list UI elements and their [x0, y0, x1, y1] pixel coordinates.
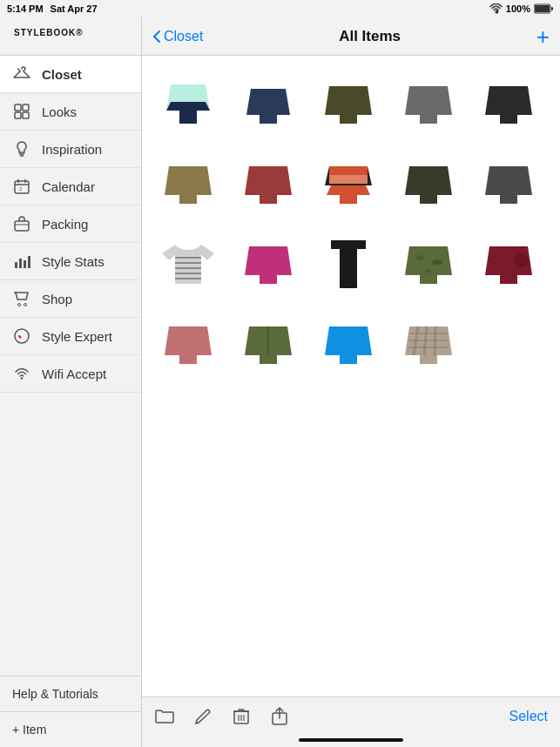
svg-point-23 — [15, 329, 29, 343]
sidebar: STYLEBOOK® Closet — [0, 17, 142, 747]
items-grid — [142, 56, 560, 697]
svg-rect-19 — [28, 256, 30, 268]
list-item[interactable] — [231, 305, 306, 380]
svg-rect-1 — [535, 5, 550, 12]
status-bar: 5:14 PM Sat Apr 27 100% — [0, 0, 560, 17]
sidebar-item-inspiration[interactable]: Inspiration — [0, 131, 141, 168]
shop-icon — [12, 289, 31, 308]
sidebar-item-inspiration-label: Inspiration — [42, 142, 102, 157]
page-title: All Items — [203, 28, 536, 45]
back-label: Closet — [164, 29, 203, 44]
list-item[interactable] — [231, 145, 306, 219]
grid-row — [151, 64, 551, 139]
list-item[interactable] — [151, 305, 226, 380]
expert-icon: ★ — [12, 326, 31, 346]
status-indicators: 100% — [489, 3, 553, 14]
list-item[interactable] — [471, 225, 546, 299]
help-tutorials-button[interactable]: Help & Tutorials — [0, 676, 141, 712]
wifi-accept-icon — [12, 364, 31, 383]
sidebar-bottom: Help & Tutorials + Item — [0, 676, 141, 747]
sidebar-item-style-expert[interactable]: ★ Style Expert — [0, 318, 141, 355]
grid-row — [151, 305, 551, 380]
sidebar-item-looks[interactable]: Looks — [0, 93, 141, 131]
back-chevron-icon — [152, 30, 161, 44]
toolbar-icons — [154, 706, 509, 727]
svg-rect-3 — [15, 104, 21, 111]
list-item[interactable] — [311, 305, 386, 380]
list-item[interactable] — [471, 64, 546, 139]
sidebar-item-style-stats-label: Style Stats — [42, 254, 105, 269]
list-item[interactable] — [311, 64, 386, 139]
svg-point-37 — [515, 253, 529, 267]
status-date: Sat Apr 27 — [51, 3, 98, 14]
svg-rect-4 — [23, 104, 29, 111]
hanger-icon — [12, 64, 31, 84]
sidebar-item-packing-label: Packing — [42, 217, 88, 232]
grid-row — [151, 145, 551, 219]
packing-icon — [12, 214, 31, 233]
list-item[interactable] — [391, 305, 466, 380]
sidebar-item-closet-label: Closet — [42, 67, 82, 82]
svg-rect-14 — [15, 221, 29, 231]
add-item-button[interactable]: + Item — [0, 712, 141, 747]
sidebar-item-shop[interactable]: Shop — [0, 280, 141, 318]
nav-header: Closet All Items + — [142, 17, 560, 56]
share-icon[interactable] — [269, 706, 290, 727]
svg-rect-18 — [24, 260, 26, 268]
list-item[interactable] — [311, 225, 386, 299]
sidebar-item-calendar-label: Calendar — [42, 179, 95, 194]
svg-text:★: ★ — [18, 334, 23, 340]
list-item[interactable] — [151, 145, 226, 219]
sidebar-item-style-stats[interactable]: Style Stats — [0, 243, 141, 280]
svg-rect-27 — [329, 166, 368, 175]
list-item[interactable] — [151, 225, 226, 299]
list-item[interactable] — [231, 225, 306, 299]
folder-icon[interactable] — [154, 706, 175, 727]
svg-rect-16 — [15, 262, 17, 268]
sidebar-item-closet[interactable]: Closet — [0, 56, 141, 93]
svg-point-26 — [21, 377, 23, 379]
sidebar-item-looks-label: Looks — [42, 104, 77, 119]
svg-point-20 — [18, 304, 21, 306]
calendar-icon: 2 — [12, 177, 31, 196]
stats-icon — [12, 252, 31, 271]
svg-point-34 — [415, 255, 424, 260]
battery-text: 100% — [506, 3, 530, 14]
sidebar-item-packing[interactable]: Packing — [0, 205, 141, 243]
list-item[interactable] — [151, 64, 226, 139]
main-content: Closet All Items + — [142, 17, 560, 747]
inspiration-icon — [12, 139, 31, 158]
svg-rect-6 — [23, 112, 29, 118]
sidebar-item-wifi-accept[interactable]: Wifi Accept — [0, 355, 141, 393]
list-item[interactable] — [471, 145, 546, 219]
list-item[interactable] — [391, 225, 466, 299]
home-indicator-bar — [142, 735, 560, 747]
svg-rect-2 — [551, 7, 553, 10]
edit-icon[interactable] — [192, 706, 213, 727]
looks-icon — [12, 102, 31, 121]
trash-icon[interactable] — [231, 706, 252, 727]
sidebar-item-wifi-accept-label: Wifi Accept — [42, 367, 106, 381]
app-logo: STYLEBOOK® — [0, 17, 141, 56]
back-button[interactable]: Closet — [152, 29, 203, 44]
add-button[interactable]: + — [536, 25, 550, 48]
bottom-toolbar: Select — [142, 697, 560, 735]
sidebar-nav: Closet Looks — [0, 56, 141, 676]
list-item[interactable] — [311, 145, 386, 219]
sidebar-item-calendar[interactable]: 2 Calendar — [0, 168, 141, 205]
status-time: 5:14 PM — [7, 3, 44, 14]
list-item[interactable] — [391, 64, 466, 139]
list-item[interactable] — [391, 145, 466, 219]
svg-point-35 — [432, 259, 442, 265]
svg-rect-28 — [329, 175, 368, 184]
svg-point-21 — [24, 304, 27, 306]
home-indicator — [299, 738, 403, 742]
logo-tm: ® — [76, 28, 83, 37]
sidebar-item-shop-label: Shop — [42, 292, 72, 306]
list-item[interactable] — [231, 64, 306, 139]
select-button[interactable]: Select — [509, 709, 548, 724]
grid-row — [151, 225, 551, 299]
svg-point-36 — [425, 269, 432, 273]
svg-text:2: 2 — [19, 186, 23, 192]
wifi-icon — [489, 3, 503, 14]
